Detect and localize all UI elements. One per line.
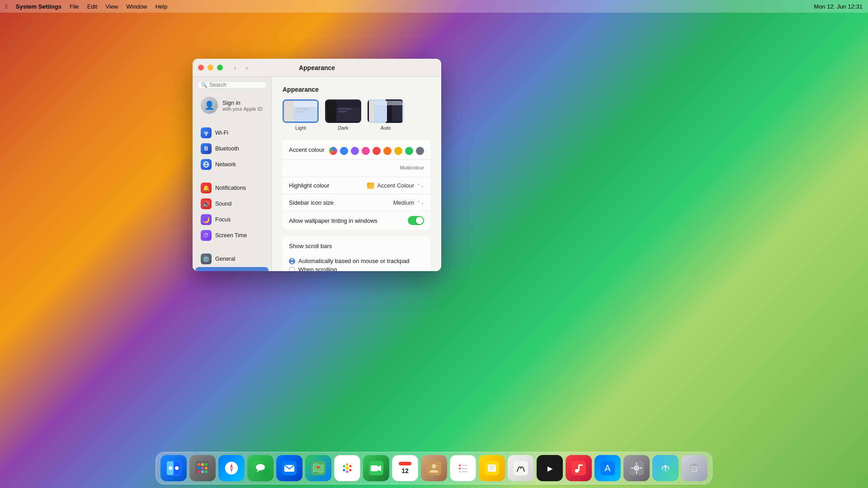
svg-rect-87 (640, 468, 642, 469)
apple-menu[interactable]:  (5, 3, 8, 10)
dock-item-music[interactable] (566, 455, 592, 481)
appearance-option-light[interactable]: Light (283, 99, 319, 131)
highlight-colour-preview (367, 183, 374, 189)
dock-item-launchpad[interactable] (189, 455, 216, 481)
dock-item-mail[interactable] (276, 455, 302, 481)
svg-point-49 (349, 469, 352, 471)
highlight-colour-value[interactable]: Accent Colour ⌃⌄ (367, 182, 424, 189)
accent-dot-orange[interactable] (383, 147, 392, 155)
accent-dot-red[interactable] (373, 147, 381, 155)
search-input[interactable] (209, 82, 263, 88)
back-button[interactable]: ‹ (230, 63, 240, 73)
sidebar-item-label-network: Network (215, 161, 236, 168)
dock-item-appstore[interactable]: A (594, 455, 621, 481)
svg-rect-79 (578, 465, 583, 466)
window-title: Appearance (299, 64, 335, 71)
appearance-label-dark: Dark (338, 125, 348, 131)
sidebar-item-label-bluetooth: Bluetooth (215, 145, 239, 152)
dock-item-freeform[interactable] (508, 455, 534, 481)
app-name-menu[interactable]: System Settings (16, 3, 61, 10)
accent-dot-purple[interactable] (351, 147, 359, 155)
sidebar: 🔍 👤 Sign in with your Apple ID (193, 77, 272, 271)
dock-item-trash[interactable] (681, 455, 708, 481)
edit-menu[interactable]: Edit (87, 3, 97, 10)
sidebar-item-notifications[interactable]: 🔔 Notifications (195, 180, 269, 196)
sidebar-item-network[interactable]: Network (195, 157, 269, 172)
sidebar-item-wifi[interactable]: Wi-Fi (195, 125, 269, 141)
appearance-label-light: Light (295, 125, 306, 131)
appearance-option-auto[interactable]: Auto (368, 99, 404, 131)
sidebar-item-focus[interactable]: 🌙 Focus (195, 212, 269, 227)
scroll-option-auto[interactable]: Automatically based on mouse or trackpad (289, 258, 424, 264)
svg-point-60 (432, 464, 436, 469)
dock-item-photos[interactable] (334, 455, 360, 481)
sidebar-item-appearance[interactable]: 🎨 Appearance (195, 267, 269, 271)
appearance-option-dark[interactable]: Dark (325, 99, 361, 131)
wallpaper-tinting-toggle[interactable] (408, 216, 424, 225)
dock-item-notes[interactable] (479, 455, 505, 481)
sidebar-icon-size-value[interactable]: Medium ⌃⌄ (393, 199, 424, 206)
dock-item-safari[interactable] (218, 455, 245, 481)
sidebar-icon-size-chevron: ⌃⌄ (417, 200, 424, 205)
svg-point-48 (349, 465, 352, 467)
accent-dot-blue[interactable] (340, 147, 348, 155)
radio-auto (289, 258, 295, 264)
sidebar-item-screentime[interactable]: ⏱ Screen Time (195, 228, 269, 243)
svg-rect-10 (336, 101, 361, 107)
dock-item-finder[interactable] (160, 455, 187, 481)
accent-dot-green[interactable] (405, 147, 413, 155)
dock-item-airdrop[interactable] (652, 455, 679, 481)
dock-item-appletv[interactable]: ▶ (537, 455, 563, 481)
svg-point-22 (175, 466, 179, 470)
sidebar-icon-size-label: Sidebar icon size (289, 199, 334, 206)
sidebar-item-sound[interactable]: 🔊 Sound (195, 196, 269, 211)
sidebar-icon-size-text: Medium (393, 199, 414, 206)
accent-dot-graphite[interactable] (416, 147, 424, 155)
dock-item-facetime[interactable] (363, 455, 389, 481)
svg-rect-57 (399, 462, 411, 465)
svg-point-21 (169, 466, 172, 470)
svg-rect-5 (294, 101, 319, 107)
search-container[interactable]: 🔍 (197, 81, 267, 89)
file-menu[interactable]: File (70, 3, 79, 10)
window-menu[interactable]: Window (126, 3, 147, 10)
forward-button[interactable]: › (242, 63, 252, 73)
dock-item-contacts[interactable] (421, 455, 447, 481)
appearance-preview-auto (368, 99, 404, 123)
dock-item-messages[interactable] (247, 455, 274, 481)
focus-icon: 🌙 (201, 214, 212, 225)
close-button[interactable] (198, 65, 204, 70)
svg-rect-7 (295, 111, 304, 113)
network-icon (201, 159, 212, 170)
sidebar-item-bluetooth[interactable]: B Bluetooth (195, 141, 269, 156)
wallpaper-tinting-label: Allow wallpaper tinting in windows (289, 217, 377, 224)
view-menu[interactable]: View (105, 3, 118, 10)
scroll-option-scrolling[interactable]: When scrolling (289, 266, 424, 271)
dock-item-sysprefs[interactable] (623, 455, 650, 481)
svg-rect-9 (326, 101, 336, 123)
help-menu[interactable]: Help (155, 3, 167, 10)
sidebar-item-general[interactable]: ⚙️ General (195, 251, 269, 267)
accent-dot-pink[interactable] (362, 147, 370, 155)
dock-item-reminders[interactable] (450, 455, 476, 481)
multicolor-label: Multicolour (400, 165, 424, 170)
accent-dot-yellow[interactable] (394, 147, 402, 155)
appearance-preview-light (283, 99, 319, 123)
sidebar-item-label-general: General (215, 256, 235, 262)
svg-point-31 (201, 470, 204, 473)
scroll-option-scrolling-label: When scrolling (298, 266, 337, 271)
svg-text:▶: ▶ (547, 465, 553, 472)
apple-id-item[interactable]: 👤 Sign in with your Apple ID (195, 93, 269, 117)
notifications-icon: 🔔 (201, 183, 212, 193)
maximize-button[interactable] (217, 65, 223, 70)
svg-rect-91 (690, 465, 698, 466)
apple-id-text: Sign in with your Apple ID (222, 99, 263, 112)
dock-item-calendar[interactable]: 12 (392, 455, 418, 481)
appearance-icon: 🎨 (201, 269, 212, 271)
svg-point-30 (198, 470, 200, 473)
accent-colour-label: Accent colour (289, 146, 325, 153)
accent-dot-multicolor[interactable] (329, 147, 337, 155)
dock-item-maps[interactable] (305, 455, 331, 481)
minimize-button[interactable] (208, 65, 213, 70)
highlight-colour-label: Highlight colour (289, 182, 330, 189)
